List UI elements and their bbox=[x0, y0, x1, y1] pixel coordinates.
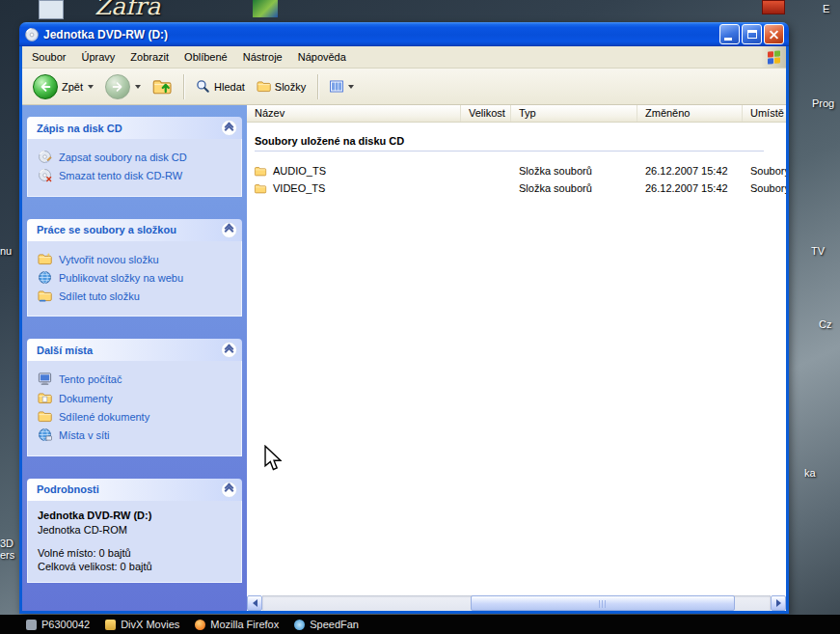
chevron-down-icon bbox=[135, 85, 141, 89]
task-new-folder[interactable]: Vytvořit novou složku bbox=[38, 253, 233, 266]
task-sidebar: Zápis na disk CD Zapsat soubory na disk … bbox=[22, 105, 247, 611]
menu-zobrazit[interactable]: Zobrazit bbox=[122, 47, 176, 67]
window-body: Soubor Úpravy Zobrazit Oblíbené Nástroje… bbox=[19, 46, 789, 614]
scroll-left-button[interactable] bbox=[247, 595, 262, 611]
toolbar: Zpět bbox=[22, 69, 786, 105]
pane-file-tasks: Práce se soubory a složkou Vytvořit novo… bbox=[27, 219, 242, 317]
content-area: Zápis na disk CD Zapsat soubory na disk … bbox=[22, 105, 786, 611]
desktop-icon[interactable] bbox=[39, 0, 64, 19]
publish-folder-icon bbox=[38, 270, 52, 285]
my-computer-icon bbox=[38, 372, 52, 386]
chevron-up-icon[interactable] bbox=[221, 482, 237, 498]
firefox-icon bbox=[195, 620, 205, 630]
column-header-row: Název Velikost Typ Změněno Umístě bbox=[247, 105, 786, 123]
menu-soubor[interactable]: Soubor bbox=[24, 47, 73, 67]
desktop-label: nu bbox=[0, 245, 12, 257]
chevron-up-icon[interactable] bbox=[221, 342, 237, 358]
chevron-up-icon[interactable] bbox=[221, 222, 237, 238]
file-name: VIDEO_TS bbox=[273, 182, 325, 194]
file-list: Název Velikost Typ Změněno Umístě Soubor… bbox=[247, 105, 786, 611]
file-location: Soubory bbox=[743, 165, 786, 177]
back-label: Zpět bbox=[62, 81, 83, 93]
taskbar-item-speedfan[interactable]: SpeedFan bbox=[289, 615, 369, 634]
close-button[interactable] bbox=[764, 24, 784, 44]
task-burn-files[interactable]: Zapsat soubory na disk CD bbox=[38, 151, 233, 164]
pane-header-cd-writing[interactable]: Zápis na disk CD bbox=[27, 117, 242, 139]
task-label: Sdílet tuto složku bbox=[59, 289, 140, 303]
menu-nastroje[interactable]: Nástroje bbox=[235, 47, 290, 67]
task-share-folder[interactable]: Sdílet tuto složku bbox=[38, 289, 233, 303]
share-folder-icon bbox=[38, 289, 52, 303]
views-button[interactable] bbox=[325, 77, 359, 96]
pane-cd-writing: Zápis na disk CD Zapsat soubory na disk … bbox=[27, 117, 242, 197]
network-places-icon bbox=[38, 427, 52, 442]
task-erase-disc[interactable]: Smazat tento disk CD-RW bbox=[38, 169, 233, 182]
folder-icon bbox=[105, 620, 116, 630]
scrollbar-thumb[interactable] bbox=[471, 595, 735, 611]
pane-title: Podrobnosti bbox=[37, 483, 99, 495]
place-network[interactable]: Místa v síti bbox=[38, 428, 233, 442]
column-modified[interactable]: Změněno bbox=[637, 105, 743, 122]
search-icon bbox=[196, 79, 210, 94]
horizontal-scrollbar[interactable] bbox=[247, 595, 786, 611]
search-button[interactable]: Hledat bbox=[191, 76, 250, 96]
title-bar[interactable]: Jednotka DVD-RW (D:) bbox=[19, 22, 789, 46]
taskbar: P6300042 DivX Movies Mozilla Firefox Spe… bbox=[0, 615, 840, 634]
windows-logo-icon bbox=[761, 46, 786, 68]
views-icon bbox=[330, 80, 343, 93]
new-folder-icon bbox=[38, 252, 52, 266]
task-publish-folder[interactable]: Publikovat složky na webu bbox=[38, 271, 233, 285]
column-name[interactable]: Název bbox=[247, 105, 461, 122]
task-label: Dokumenty bbox=[59, 392, 113, 405]
forward-button[interactable] bbox=[100, 71, 146, 102]
desktop-icon[interactable] bbox=[253, 0, 278, 17]
file-row-audio-ts[interactable]: AUDIO_TS Složka souborů 26.12.2007 15:42… bbox=[247, 162, 786, 179]
pane-header-file-tasks[interactable]: Práce se soubory a složkou bbox=[27, 219, 242, 241]
back-button[interactable]: Zpět bbox=[28, 71, 98, 102]
search-label: Hledat bbox=[214, 81, 245, 93]
place-shared-documents[interactable]: Sdílené dokumenty bbox=[38, 410, 233, 424]
task-label: Zapsat soubory na disk CD bbox=[59, 151, 187, 164]
toolbar-separator bbox=[317, 74, 318, 99]
pane-body: Zapsat soubory na disk CD Smazat tento d… bbox=[27, 139, 242, 197]
pane-body: Jednotka DVD-RW (D:) Jednotka CD-ROM Vol… bbox=[27, 501, 242, 583]
taskbar-item-p6300042[interactable]: P6300042 bbox=[21, 615, 100, 634]
minimize-button[interactable] bbox=[719, 24, 740, 44]
taskbar-item-divx-movies[interactable]: DivX Movies bbox=[100, 615, 190, 634]
task-label: Publikovat složky na webu bbox=[59, 271, 183, 285]
column-type[interactable]: Typ bbox=[511, 105, 637, 122]
taskbar-item-firefox[interactable]: Mozilla Firefox bbox=[190, 615, 289, 634]
place-documents[interactable]: Dokumenty bbox=[38, 392, 233, 405]
up-button[interactable] bbox=[148, 74, 176, 99]
desktop-label: ers bbox=[0, 549, 14, 561]
cd-erase-icon bbox=[38, 168, 52, 182]
explorer-window: Jednotka DVD-RW (D:) Soubor Úpravy Zobra… bbox=[19, 22, 789, 614]
chevron-up-icon[interactable] bbox=[221, 120, 237, 136]
file-row-video-ts[interactable]: VIDEO_TS Složka souborů 26.12.2007 15:42… bbox=[247, 179, 786, 197]
maximize-button[interactable] bbox=[742, 24, 762, 44]
scrollbar-track[interactable] bbox=[262, 595, 771, 611]
folders-button[interactable]: Složky bbox=[252, 76, 311, 96]
folder-up-icon bbox=[152, 77, 172, 96]
desktop: Zafra E Prog TV Cz ka nu 3D ers Jednotka… bbox=[0, 0, 840, 634]
desktop-icon[interactable] bbox=[762, 0, 785, 14]
column-location[interactable]: Umístě bbox=[743, 105, 786, 122]
pane-header-details[interactable]: Podrobnosti bbox=[27, 479, 242, 501]
taskbar-label: SpeedFan bbox=[310, 619, 359, 630]
menu-upravy[interactable]: Úpravy bbox=[73, 47, 122, 67]
taskbar-label: P6300042 bbox=[41, 619, 90, 630]
group-header: Soubory uložené na disku CD bbox=[255, 135, 764, 152]
desktop-script-label: Zafra bbox=[95, 0, 160, 20]
desktop-label: Prog bbox=[812, 97, 834, 109]
menu-oblibene[interactable]: Oblíbené bbox=[176, 47, 235, 67]
pane-body: Tento počítač Dokumenty Sdílené dokument… bbox=[27, 361, 242, 455]
file-modified: 26.12.2007 15:42 bbox=[637, 182, 743, 194]
column-size[interactable]: Velikost bbox=[461, 105, 511, 122]
forward-icon bbox=[105, 74, 130, 99]
menu-napoveda[interactable]: Nápověda bbox=[290, 47, 354, 67]
details-total-size: Celková velikost: 0 bajtů bbox=[38, 561, 233, 572]
pane-header-other-places[interactable]: Další místa bbox=[27, 339, 242, 361]
place-my-computer[interactable]: Tento počítač bbox=[38, 372, 233, 386]
scroll-right-button[interactable] bbox=[771, 595, 786, 611]
folders-label: Složky bbox=[275, 81, 306, 93]
